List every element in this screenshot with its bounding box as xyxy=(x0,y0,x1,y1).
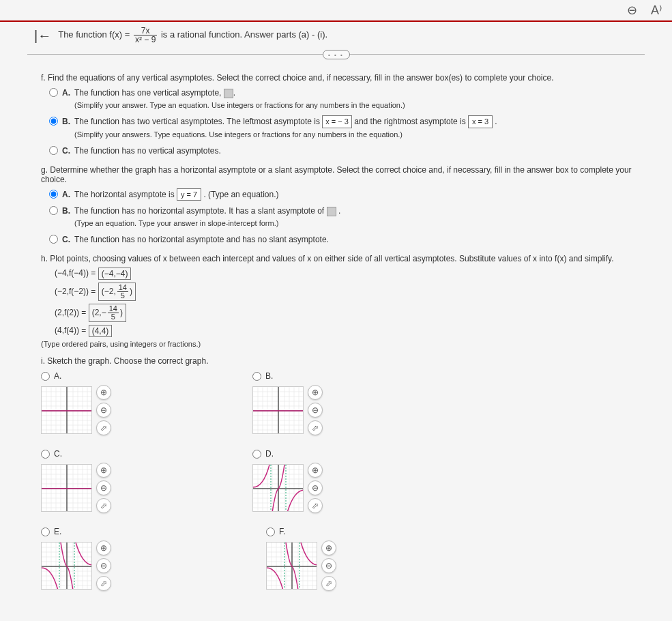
zoom-out-button[interactable]: ⊖ xyxy=(96,558,111,573)
accent-line xyxy=(0,20,672,22)
answer-box[interactable] xyxy=(327,207,336,216)
zoom-in-button[interactable]: ⊕ xyxy=(96,463,111,478)
part-f-option-a[interactable]: A. The function has one vertical asympto… xyxy=(49,87,652,111)
open-button[interactable]: ⬀ xyxy=(308,420,323,435)
option-letter: B. xyxy=(62,115,70,128)
point-value[interactable]: (2,−145) xyxy=(89,304,126,322)
zoom-in-button[interactable]: ⊕ xyxy=(321,540,336,555)
zoom-out-button[interactable]: ⊖ xyxy=(96,403,111,418)
option-text: The horizontal asymptote is xyxy=(74,190,177,199)
graph-option-e[interactable]: E. ⊕ ⊖ ⬀ xyxy=(41,527,266,591)
more-content-marker[interactable]: • • • xyxy=(323,50,350,59)
open-button[interactable]: ⬀ xyxy=(96,498,111,513)
radio-i-d[interactable] xyxy=(252,450,261,459)
top-bar: ⊖ A⁾ xyxy=(0,0,672,20)
point-2: (−2,f(−2)) = (−2,145) xyxy=(55,283,652,301)
point-1: (−4,f(−4)) = (−4,−4) xyxy=(55,268,652,280)
zoom-out-button[interactable]: ⊖ xyxy=(321,558,336,573)
part-g-prompt: g. Determine whether the graph has a hor… xyxy=(41,165,652,184)
open-button[interactable]: ⬀ xyxy=(96,420,111,435)
point-lhs: (−4,f(−4)) = xyxy=(55,268,98,278)
option-letter: E. xyxy=(54,527,61,536)
graph-thumbnail xyxy=(41,386,92,434)
radio-i-b[interactable] xyxy=(252,372,261,381)
option-text: The function has two vertical asymptotes… xyxy=(74,117,322,126)
zoom-out-button[interactable]: ⊖ xyxy=(308,403,323,418)
function-definition: The function f(x) = 7x x² − 9 is a ratio… xyxy=(58,27,327,44)
back-arrow-icon[interactable]: |← xyxy=(34,28,51,44)
answer-box-left[interactable]: x = − 3 xyxy=(322,115,352,128)
open-button[interactable]: ⬀ xyxy=(96,576,111,591)
option-note: (Simplify your answers. Type equations. … xyxy=(74,130,403,139)
part-f-option-c[interactable]: C. The function has no vertical asymptot… xyxy=(49,145,652,157)
zoom-in-button[interactable]: ⊕ xyxy=(308,385,323,400)
option-letter: C. xyxy=(62,145,70,157)
graph-option-b[interactable]: B. ⊕ ⊖ ⬀ xyxy=(252,371,478,435)
part-h-note: (Type ordered pairs, using integers or f… xyxy=(41,340,652,348)
part-f: f. Find the equations of any vertical as… xyxy=(41,73,652,157)
option-letter: A. xyxy=(54,371,61,381)
option-letter: F. xyxy=(279,527,285,536)
radio-g-c[interactable] xyxy=(49,235,58,244)
point-value[interactable]: (−4,−4) xyxy=(98,268,132,280)
option-text: . (Type an equation.) xyxy=(203,190,278,199)
graph-option-c[interactable]: C. ⊕ ⊖ ⬀ xyxy=(41,449,252,513)
radio-i-a[interactable] xyxy=(41,372,50,381)
part-f-option-b[interactable]: B. The function has two vertical asympto… xyxy=(49,115,652,141)
part-h-prompt: h. Plot points, choosing values of x bet… xyxy=(41,254,652,263)
part-g-option-c[interactable]: C. The function has no horizontal asympt… xyxy=(49,233,652,246)
graph-options: A. ⊕ ⊖ ⬀ xyxy=(41,371,652,605)
zoom-in-button[interactable]: ⊕ xyxy=(96,540,111,555)
zoom-out-button[interactable]: ⊖ xyxy=(308,480,323,495)
graph-option-a[interactable]: A. ⊕ ⊖ ⬀ xyxy=(41,371,252,435)
pair-x: 2,− xyxy=(95,308,106,317)
radio-f-a[interactable] xyxy=(49,88,58,97)
graph-option-f[interactable]: F. ⊕ ⊖ ⬀ xyxy=(266,527,478,591)
option-text: and the rightmost asymptote is xyxy=(354,117,468,126)
part-g-option-a[interactable]: A. The horizontal asymptote is y = 7 . (… xyxy=(49,188,652,201)
option-note: (Simplify your answer. Type an equation.… xyxy=(74,101,405,109)
zoom-out-icon[interactable]: ⊖ xyxy=(627,3,637,18)
answer-box[interactable] xyxy=(224,89,233,98)
answer-box[interactable]: y = 7 xyxy=(177,188,201,201)
option-letter: B. xyxy=(62,205,70,217)
graph-thumbnail xyxy=(266,542,317,590)
part-g-option-b[interactable]: B. The function has no horizontal asympt… xyxy=(49,205,652,229)
point-value[interactable]: (−2,145) xyxy=(98,283,136,301)
part-i-prompt: i. Sketch the graph. Choose the correct … xyxy=(41,356,652,366)
radio-f-b[interactable] xyxy=(49,117,58,126)
option-letter: C. xyxy=(62,233,70,246)
radio-i-e[interactable] xyxy=(41,528,50,536)
radio-g-b[interactable] xyxy=(49,206,58,215)
open-button[interactable]: ⬀ xyxy=(308,498,323,513)
radio-i-c[interactable] xyxy=(41,450,50,459)
option-text: The function has no horizontal asymptote… xyxy=(74,233,652,246)
radio-g-a[interactable] xyxy=(49,190,58,199)
graph-thumbnail xyxy=(41,542,92,590)
read-aloud-icon[interactable]: A⁾ xyxy=(651,3,662,18)
zoom-in-button[interactable]: ⊕ xyxy=(96,385,111,400)
radio-f-c[interactable] xyxy=(49,146,58,155)
zoom-in-button[interactable]: ⊕ xyxy=(308,463,323,478)
open-button[interactable]: ⬀ xyxy=(321,576,336,591)
frac-den: 5 xyxy=(117,292,128,300)
zoom-out-button[interactable]: ⊖ xyxy=(96,480,111,495)
option-text: The function has no vertical asymptotes. xyxy=(74,145,652,157)
option-letter: A. xyxy=(62,87,70,99)
radio-i-f[interactable] xyxy=(266,528,275,536)
part-g: g. Determine whether the graph has a hor… xyxy=(41,165,652,246)
answer-box-right[interactable]: x = 3 xyxy=(468,115,493,128)
point-value[interactable]: (4,4) xyxy=(89,325,113,337)
frac-den: 5 xyxy=(108,313,119,321)
question-header: |← The function f(x) = 7x x² − 9 is a ra… xyxy=(0,23,672,50)
option-note: (Type an equation. Type your answer in s… xyxy=(74,219,278,227)
option-text: . xyxy=(495,117,497,126)
pair-x: −2, xyxy=(104,287,116,296)
option-letter: D. xyxy=(265,449,274,459)
point-lhs: (−2,f(−2)) = xyxy=(55,287,98,296)
point-lhs: (4,f(4)) = xyxy=(55,326,89,335)
graph-thumbnail xyxy=(252,464,304,512)
part-i: i. Sketch the graph. Choose the correct … xyxy=(41,356,652,605)
function-fraction: 7x x² − 9 xyxy=(134,27,157,44)
graph-option-d[interactable]: D. ⊕ ⊖ ⬀ xyxy=(252,449,464,513)
